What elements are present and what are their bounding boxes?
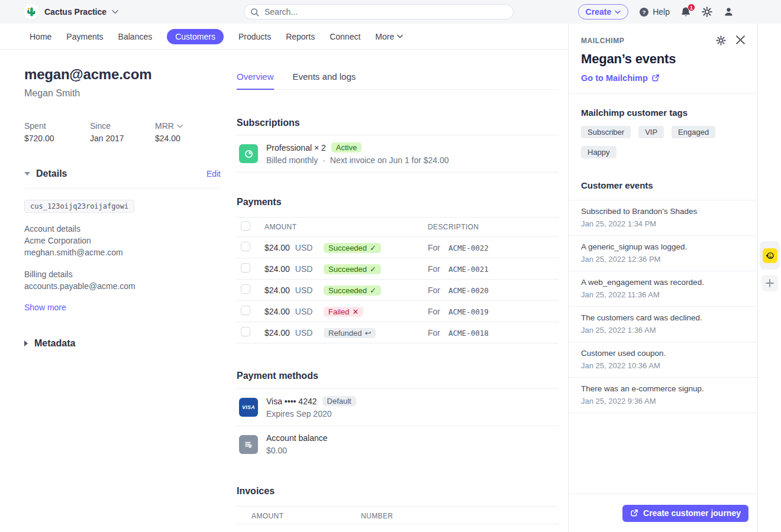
rail-mailchimp-app-button[interactable] — [760, 241, 780, 270]
account-company: Acme Corporation — [24, 235, 221, 246]
payment-currency: USD — [295, 328, 313, 338]
subscription-name: Professional × 2 — [266, 143, 326, 153]
expand-triangle-icon[interactable] — [24, 340, 28, 346]
stat-spent-label: Spent — [24, 121, 90, 131]
help-label: Help — [653, 7, 670, 17]
stat-since-value: Jan 2017 — [90, 134, 155, 143]
customer-id-token[interactable]: cus_123oijq23roijafgowi — [24, 200, 134, 213]
payment-currency: USD — [295, 243, 313, 252]
chevron-down-icon — [397, 34, 403, 38]
status-badge: Succeeded✓ — [324, 264, 381, 274]
panel-body: Mailchimp customer tags Subscriber VIP E… — [569, 108, 757, 190]
mailchimp-icon — [763, 248, 777, 263]
tag-badge: Happy — [581, 146, 617, 158]
settings-button[interactable] — [702, 7, 712, 17]
subscriptions-title: Subscriptions — [237, 118, 300, 128]
invoices-title: Invoices — [237, 486, 275, 496]
refund-arrow-icon: ↩ — [364, 329, 371, 338]
event-text: Subscribed to Brandon's Shades — [581, 206, 745, 216]
account-balance-row[interactable]: Account balance $0.00 — [237, 426, 559, 462]
row-checkbox[interactable] — [241, 306, 250, 315]
invoices-section: Invoices AMOUNT NUMBER — [237, 486, 559, 524]
details-title: Details — [36, 168, 67, 179]
balance-label: Account balance — [266, 433, 328, 443]
payment-row[interactable]: $24.00USD Refunded↩ ForACME-0018 — [237, 322, 559, 343]
subscription-clock-icon — [239, 144, 258, 163]
collapse-triangle-icon[interactable] — [24, 172, 30, 176]
card-label: Visa •••• 4242 — [266, 397, 317, 406]
customer-email-title: megan@acme.com — [24, 66, 221, 83]
balance-icon — [239, 435, 258, 454]
row-checkbox[interactable] — [241, 327, 250, 336]
org-switcher[interactable]: Cactus Practice — [24, 4, 118, 20]
payment-amount: $24.00 — [264, 307, 290, 316]
tab-overview[interactable]: Overview — [237, 72, 274, 90]
create-button[interactable]: Create — [578, 4, 629, 20]
description-column-header: DESCRIPTION — [428, 223, 479, 231]
nav-item-more[interactable]: More — [375, 32, 403, 41]
row-checkbox[interactable] — [241, 284, 250, 294]
card-expiry: Expires Sep 2020 — [266, 409, 356, 419]
search-icon — [250, 8, 259, 17]
event-timestamp: Jan 25, 2022 10:36 AM — [581, 361, 745, 371]
help-button[interactable]: ? Help — [639, 7, 670, 17]
payment-row[interactable]: $24.00USD Failed✕ ForACME-0019 — [237, 301, 559, 322]
event-text: Customer used coupon. — [581, 348, 745, 358]
default-badge: Default — [322, 396, 356, 406]
global-search[interactable] — [244, 4, 514, 20]
nav-item-reports[interactable]: Reports — [286, 32, 315, 41]
row-checkbox[interactable] — [241, 263, 250, 273]
balance-value: $0.00 — [266, 446, 328, 455]
stat-mrr: MRR $24.00 — [155, 121, 183, 143]
go-to-mailchimp-link[interactable]: Go to Mailchimp — [581, 73, 660, 83]
create-customer-journey-label: Create customer journey — [643, 508, 741, 518]
nav-item-products[interactable]: Products — [238, 32, 271, 41]
payment-amount: $24.00 — [264, 264, 290, 274]
description-prefix: For — [428, 328, 440, 338]
svg-text:?: ? — [643, 8, 646, 15]
billing-email: accounts.payable@acme.com — [24, 280, 221, 292]
gear-icon — [716, 35, 726, 46]
description-prefix: For — [428, 243, 440, 252]
account-email: meghan.smith@acme.com — [24, 246, 221, 258]
status-badge: Succeeded✓ — [324, 243, 381, 253]
nav-item-payments[interactable]: Payments — [66, 32, 103, 41]
select-all-checkbox[interactable] — [241, 221, 250, 231]
payment-row[interactable]: $24.00USD Succeeded✓ ForACME-0020 — [237, 280, 559, 301]
top-bar: Cactus Practice Create ? Help — [0, 0, 781, 24]
customer-tags: Subscriber VIP Engaged Happy — [581, 126, 745, 158]
customer-summary: megan@acme.com Megan Smith Spent $720.00… — [24, 50, 221, 349]
nav-item-customers[interactable]: Customers — [167, 29, 224, 44]
nav-item-balances[interactable]: Balances — [118, 32, 153, 41]
help-icon: ? — [639, 7, 649, 17]
card-payment-method-row[interactable]: VISA Visa •••• 4242 Default Expires Sep … — [237, 389, 559, 426]
profile-button[interactable] — [723, 7, 734, 17]
app-rail — [757, 24, 781, 532]
panel-close-button[interactable] — [736, 35, 745, 46]
edit-details-link[interactable]: Edit — [206, 169, 221, 179]
cactus-logo-icon — [24, 4, 39, 20]
payment-row[interactable]: $24.00USD Succeeded✓ ForACME-0021 — [237, 258, 559, 280]
panel-settings-button[interactable] — [716, 35, 726, 46]
event-text: A web_engagement was recorded. — [581, 277, 745, 287]
panel-header: MAILCHIMP Megan’s events Go to Mailchimp — [569, 24, 757, 94]
chevron-down-icon — [615, 10, 621, 14]
nav-item-home[interactable]: Home — [30, 32, 51, 41]
tag-badge: VIP — [638, 126, 664, 138]
nav-item-connect[interactable]: Connect — [330, 32, 360, 41]
chevron-down-icon[interactable] — [177, 124, 183, 128]
search-input[interactable] — [263, 7, 507, 17]
stat-spent: Spent $720.00 — [24, 121, 90, 143]
panel-footer: Create customer journey — [569, 494, 757, 532]
notifications-button[interactable]: 1 — [680, 7, 691, 17]
subscription-row[interactable]: Professional × 2 Active Billed monthly ·… — [237, 135, 559, 173]
close-icon — [736, 35, 745, 44]
payment-row[interactable]: $24.00USD Succeeded✓ ForACME-0022 — [237, 237, 559, 258]
tab-events-and-logs[interactable]: Events and logs — [293, 72, 356, 89]
person-icon — [723, 7, 734, 17]
row-checkbox[interactable] — [241, 242, 250, 251]
show-more-link[interactable]: Show more — [24, 303, 221, 312]
rail-add-app-button[interactable] — [761, 275, 778, 291]
subscription-billing: Billed monthly — [266, 155, 318, 165]
create-customer-journey-button[interactable]: Create customer journey — [622, 505, 748, 522]
